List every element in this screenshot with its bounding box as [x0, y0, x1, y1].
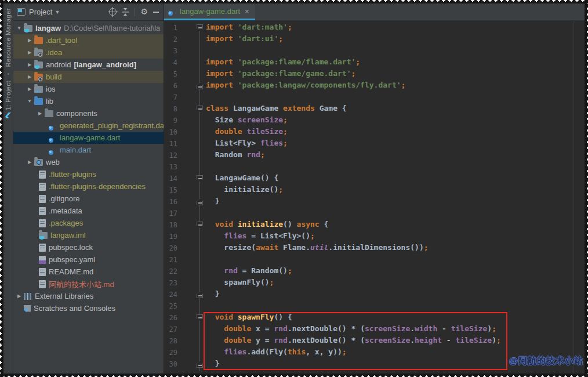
tree-item-ios[interactable]: ▶ios — [13, 83, 164, 95]
tree-item-.metadata[interactable]: .metadata — [13, 205, 164, 217]
code-text: import 'package:flame/game.dart'; — [206, 69, 355, 78]
ide-window: Resource Manager 1: Project Project ▼ ⚙ … — [0, 0, 588, 377]
code-line-25[interactable]: 25 — [164, 300, 585, 312]
tree-item-label: langaw — [35, 24, 61, 32]
tree-item-.dart_tool[interactable]: ▶.dart_tool — [13, 34, 164, 46]
code-line-3[interactable]: 3 — [164, 45, 585, 57]
tree-item-pubspec.yaml[interactable]: pubspec.yaml — [13, 253, 164, 266]
tree-item-langaw-game.dart[interactable]: langaw-game.dart — [13, 132, 164, 144]
tree-item-.gitignore[interactable]: .gitignore — [13, 193, 164, 205]
code-line-17[interactable]: 17 — [164, 208, 585, 219]
tree-item-.packages[interactable]: .packages — [13, 217, 164, 229]
code-line-5[interactable]: 5import 'package:flame/game.dart'; — [164, 68, 585, 80]
settings-gear-icon[interactable]: ⚙ — [140, 8, 148, 16]
code-line-16[interactable]: 16 } — [164, 196, 585, 208]
tree-right-arrow[interactable]: ▶ — [25, 74, 34, 79]
code-line-6[interactable]: 6import 'package:langaw/components/fly.d… — [164, 80, 585, 92]
editor-tab-langaw-game[interactable]: langaw-game.dart × — [164, 3, 255, 20]
code-line-20[interactable]: 20 resize(await Flame.util.initialDimens… — [164, 242, 585, 254]
tree-item-android[interactable]: ▶android[langaw_android] — [13, 59, 164, 71]
tree-item-langaw.iml[interactable]: langaw.iml — [13, 229, 164, 241]
tool-strip-tab-resource-manager[interactable]: Resource Manager — [5, 8, 12, 67]
tree-right-arrow[interactable]: ▶ — [25, 160, 34, 165]
code-line-24[interactable]: 24 } — [164, 289, 585, 300]
code-line-7[interactable]: 7 — [164, 92, 585, 103]
locate-icon[interactable] — [109, 8, 117, 16]
code-line-26[interactable]: 26 void spawnFly() { — [164, 312, 585, 324]
line-number: 28 — [166, 337, 177, 345]
code-line-15[interactable]: 15 initialize(); — [164, 184, 585, 196]
tree-item-main.dart[interactable]: main.dart — [13, 144, 164, 156]
tool-strip: Resource Manager 1: Project — [3, 3, 13, 374]
tree-item-generated_plugin_registrant.dart[interactable]: generated_plugin_registrant.dart — [13, 119, 164, 132]
tree-item-.flutter-plugins-dependencies[interactable]: .flutter-plugins-dependencies — [13, 180, 164, 193]
tree-item-.flutter-plugins[interactable]: .flutter-plugins — [13, 168, 164, 180]
code-line-18[interactable]: 18 void initialize() async { — [164, 219, 585, 231]
tree-right-arrow[interactable]: ▶ — [25, 86, 34, 92]
fold-end-icon[interactable] — [197, 82, 203, 89]
tree-item-label: lib — [46, 97, 53, 106]
close-tab-icon[interactable]: × — [245, 7, 249, 16]
code-line-10[interactable]: 10 double tileSize; — [164, 126, 585, 138]
tree-right-arrow[interactable]: ▶ — [35, 111, 45, 116]
tool-strip-tab-project[interactable]: 1: Project — [5, 81, 12, 110]
collapse-all-icon[interactable] — [122, 8, 129, 16]
tree-down-arrow[interactable]: ▼ — [14, 26, 24, 31]
code-line-21[interactable]: 21 — [164, 254, 585, 266]
chevron-down-icon[interactable]: ▼ — [55, 9, 60, 15]
tree-right-arrow[interactable]: ▶ — [25, 50, 34, 55]
tree-right-arrow[interactable]: ▶ — [25, 62, 34, 67]
tree-item-build[interactable]: ▶build — [13, 71, 164, 83]
text-file-icon — [39, 219, 46, 227]
code-line-9[interactable]: 9 Size screenSize; — [164, 115, 585, 126]
dart-file-icon — [49, 134, 57, 142]
panel-title[interactable]: Project — [29, 8, 52, 16]
code-line-4[interactable]: 4import 'package:flame/flame.dart'; — [164, 57, 585, 68]
code-line-22[interactable]: 22 rnd = Random(); — [164, 266, 585, 277]
tree-right-arrow[interactable]: ▶ — [14, 293, 24, 299]
fold-start-icon[interactable] — [197, 175, 203, 182]
tree-item-langaw[interactable]: ▼langawD:\Code\Self\flame-tutorial\la — [13, 22, 164, 34]
tree-item-label: .flutter-plugins — [49, 170, 96, 179]
code-line-11[interactable]: 11 List<Fly> flies; — [164, 138, 585, 150]
code-line-28[interactable]: 28 double y = rnd.nextDouble() * (screen… — [164, 335, 585, 347]
code-line-19[interactable]: 19 flies = List<Fly>(); — [164, 231, 585, 242]
code-line-1[interactable]: 1import 'dart:math'; — [164, 22, 585, 34]
toolbar-divider — [135, 8, 135, 16]
fold-start-icon[interactable] — [197, 24, 203, 31]
code-text: void spawnFly() { — [206, 313, 292, 321]
code-viewport[interactable]: 1import 'dart:math';2import 'dart:ui';34… — [164, 21, 585, 374]
fold-end-icon[interactable] — [197, 291, 203, 298]
tree-item-external-libraries[interactable]: ▶External Libraries — [13, 290, 164, 302]
tree-down-arrow[interactable]: ▼ — [25, 99, 34, 104]
code-line-13[interactable]: 13 — [164, 161, 585, 173]
code-line-23[interactable]: 23 spawnFly(); — [164, 277, 585, 289]
folder-gear-icon — [34, 49, 43, 56]
tree-item-.idea[interactable]: ▶.idea — [13, 46, 164, 59]
code-text: Size screenSize; — [206, 115, 288, 124]
line-number: 13 — [166, 163, 177, 171]
tree-item-web[interactable]: ▶web — [13, 156, 164, 168]
fold-start-icon[interactable] — [197, 222, 203, 229]
fold-end-icon[interactable] — [197, 198, 203, 205]
tree-item--.md[interactable]: 阿航的技术小站.md — [13, 278, 164, 290]
fold-start-icon[interactable] — [197, 314, 203, 321]
tree-item-readme.md[interactable]: README.md — [13, 266, 164, 278]
code-line-27[interactable]: 27 double x = rnd.nextDouble() * (screen… — [164, 324, 585, 335]
code-line-8[interactable]: 8class LangawGame extends Game { — [164, 103, 585, 115]
code-line-2[interactable]: 2import 'dart:ui'; — [164, 34, 585, 45]
tree-item-scratches-and-consoles[interactable]: Scratches and Consoles — [13, 302, 164, 314]
tree-item-pubspec.lock[interactable]: pubspec.lock — [13, 241, 164, 253]
code-line-12[interactable]: 12 Random rnd; — [164, 150, 585, 161]
tree-item-components[interactable]: ▶components — [13, 107, 164, 119]
tree-right-arrow[interactable]: ▶ — [25, 38, 34, 43]
tree-item-label: .idea — [46, 48, 62, 57]
hide-panel-icon[interactable] — [153, 12, 159, 13]
code-text: import 'package:langaw/components/fly.da… — [206, 81, 405, 89]
tree-item-lib[interactable]: ▼lib — [13, 95, 164, 107]
text-file-icon — [39, 244, 46, 252]
code-line-14[interactable]: 14 LangawGame() { — [164, 173, 585, 184]
fold-end-icon[interactable] — [197, 361, 203, 368]
fold-start-icon[interactable] — [197, 106, 203, 113]
folder-orange-icon — [34, 37, 43, 44]
